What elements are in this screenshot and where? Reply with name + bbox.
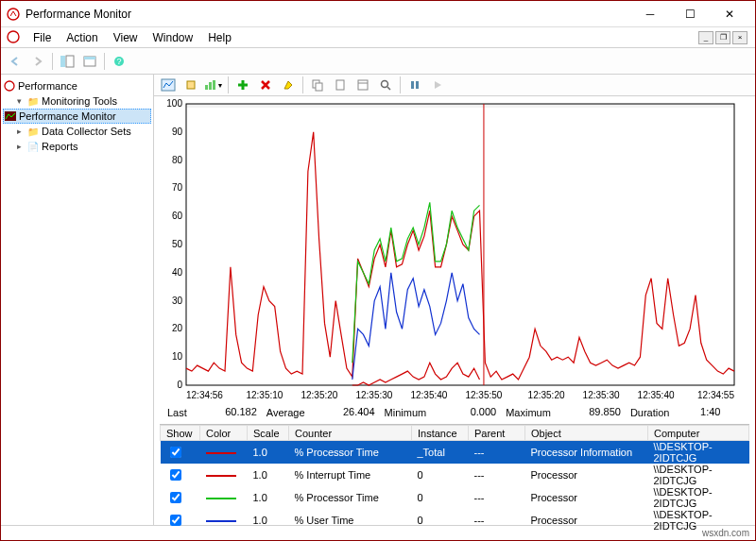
copy-properties-button[interactable]	[307, 75, 328, 95]
freeze-display-button[interactable]	[404, 75, 425, 95]
table-row[interactable]: 1.0% Processor Time_Total---Processor In…	[161, 441, 749, 465]
parent-name: ---	[469, 486, 525, 509]
svg-rect-17	[336, 80, 344, 90]
show-checkbox[interactable]	[161, 464, 200, 486]
statistics-bar: Last 60.182 Average 26.404 Minimum 0.000…	[154, 402, 755, 424]
svg-rect-5	[84, 57, 95, 59]
svg-text:12:35:30: 12:35:30	[583, 390, 620, 400]
menu-action[interactable]: Action	[59, 29, 105, 46]
counter-name: % Processor Time	[289, 441, 412, 465]
svg-point-0	[8, 8, 19, 20]
max-value: 89.850	[555, 406, 621, 418]
svg-rect-12	[205, 85, 208, 90]
change-graph-type-button[interactable]: ▼	[203, 75, 224, 95]
perfmon-icon	[7, 30, 22, 45]
tree-monitoring-label: Monitoring Tools	[42, 95, 117, 107]
console-tree[interactable]: Performance ▾ 📁 Monitoring Tools Perform…	[1, 75, 154, 525]
svg-rect-18	[358, 80, 368, 90]
tree-root-label: Performance	[18, 80, 77, 92]
close-button[interactable]: ✕	[710, 4, 749, 25]
instance-name: 0	[412, 509, 469, 532]
svg-text:50: 50	[172, 239, 183, 249]
expand-icon[interactable]: ▸	[14, 142, 25, 152]
table-row[interactable]: 1.0% User Time0---Processor\\DESKTOP-2ID…	[161, 509, 749, 532]
col-parent[interactable]: Parent	[469, 426, 525, 441]
counter-legend-table[interactable]: Show Color Scale Counter Instance Parent…	[160, 424, 749, 532]
col-color[interactable]: Color	[200, 426, 248, 441]
scale-value: 1.0	[248, 509, 289, 532]
tree-perfmon-label: Performance Monitor	[19, 110, 116, 122]
object-name: Processor Information	[525, 441, 648, 465]
view-log-data-button[interactable]	[180, 75, 201, 95]
menu-view[interactable]: View	[106, 29, 146, 46]
properties-button[interactable]	[79, 51, 100, 72]
svg-rect-3	[66, 56, 74, 67]
forward-button	[27, 51, 48, 72]
chart-toolbar: ▼	[154, 75, 755, 96]
add-counter-button[interactable]	[232, 75, 253, 95]
menu-bar: File Action View Window Help _ ❐ ×	[1, 27, 755, 48]
collapse-icon[interactable]: ▾	[14, 96, 25, 107]
parent-name: ---	[469, 441, 525, 465]
maximize-button[interactable]: ☐	[670, 4, 710, 25]
last-label: Last	[167, 407, 187, 418]
window-title: Performance Monitor	[26, 8, 630, 21]
delete-counter-button[interactable]	[255, 75, 276, 95]
mdi-restore-button[interactable]: ❐	[715, 31, 730, 44]
table-row[interactable]: 1.0% Interrupt Time0---Processor\\DESKTO…	[161, 464, 749, 486]
last-value: 60.182	[191, 406, 257, 418]
svg-rect-25	[186, 104, 734, 108]
avg-value: 26.404	[309, 406, 375, 418]
object-name: Processor	[525, 486, 648, 509]
tree-performance-monitor[interactable]: Performance Monitor	[3, 109, 151, 124]
performance-chart[interactable]: 010203040506070809010012:34:5612:35:1012…	[160, 100, 740, 400]
expand-icon[interactable]: ▸	[14, 127, 25, 137]
table-row[interactable]: 1.0% Processor Time0---Processor\\DESKTO…	[161, 486, 749, 509]
col-scale[interactable]: Scale	[248, 426, 289, 441]
show-checkbox[interactable]	[161, 509, 200, 532]
paste-counter-list-button[interactable]	[330, 75, 351, 95]
tree-monitoring-tools[interactable]: ▾ 📁 Monitoring Tools	[3, 93, 151, 109]
svg-rect-11	[187, 81, 195, 89]
chart-area[interactable]: 010203040506070809010012:34:5612:35:1012…	[154, 96, 755, 402]
svg-text:90: 90	[172, 127, 183, 137]
menu-file[interactable]: File	[26, 29, 59, 46]
svg-text:80: 80	[172, 155, 183, 165]
svg-text:100: 100	[166, 98, 182, 109]
svg-text:10: 10	[172, 351, 183, 362]
tree-reports[interactable]: ▸ 📄 Reports	[3, 139, 151, 154]
show-checkbox[interactable]	[161, 441, 200, 465]
show-hide-tree-button[interactable]	[57, 51, 77, 72]
menu-window[interactable]: Window	[146, 29, 201, 46]
properties-graph-button[interactable]	[352, 75, 373, 95]
tree-root-performance[interactable]: Performance	[3, 78, 151, 93]
mdi-minimize-button[interactable]: _	[698, 31, 713, 44]
col-show[interactable]: Show	[161, 426, 200, 441]
color-swatch	[200, 464, 248, 486]
svg-rect-2	[60, 56, 65, 67]
menu-help[interactable]: Help	[200, 29, 239, 46]
zoom-button[interactable]	[375, 75, 396, 95]
highlight-button[interactable]	[278, 75, 299, 95]
svg-text:0: 0	[177, 380, 182, 390]
svg-point-8	[5, 81, 14, 91]
col-object[interactable]: Object	[525, 426, 648, 441]
svg-rect-16	[316, 83, 322, 91]
max-label: Maximum	[506, 407, 551, 418]
minimize-button[interactable]: ─	[630, 4, 670, 25]
col-counter[interactable]: Counter	[289, 426, 412, 441]
help-button[interactable]: ?	[109, 51, 129, 72]
mdi-close-button[interactable]: ×	[732, 31, 747, 44]
tree-data-collector-sets[interactable]: ▸ 📁 Data Collector Sets	[3, 124, 151, 139]
show-checkbox[interactable]	[161, 486, 200, 509]
computer-name: \\DESKTOP-2IDTCJG	[648, 486, 749, 509]
svg-text:12:35:20: 12:35:20	[301, 390, 337, 400]
perfmon-root-icon	[3, 79, 16, 93]
reports-icon: 📄	[26, 140, 40, 153]
svg-text:70: 70	[172, 182, 183, 193]
app-icon	[7, 8, 20, 21]
col-instance[interactable]: Instance	[412, 426, 469, 441]
col-computer[interactable]: Computer	[648, 426, 749, 441]
view-current-activity-button[interactable]	[158, 75, 179, 95]
svg-rect-13	[209, 82, 212, 90]
